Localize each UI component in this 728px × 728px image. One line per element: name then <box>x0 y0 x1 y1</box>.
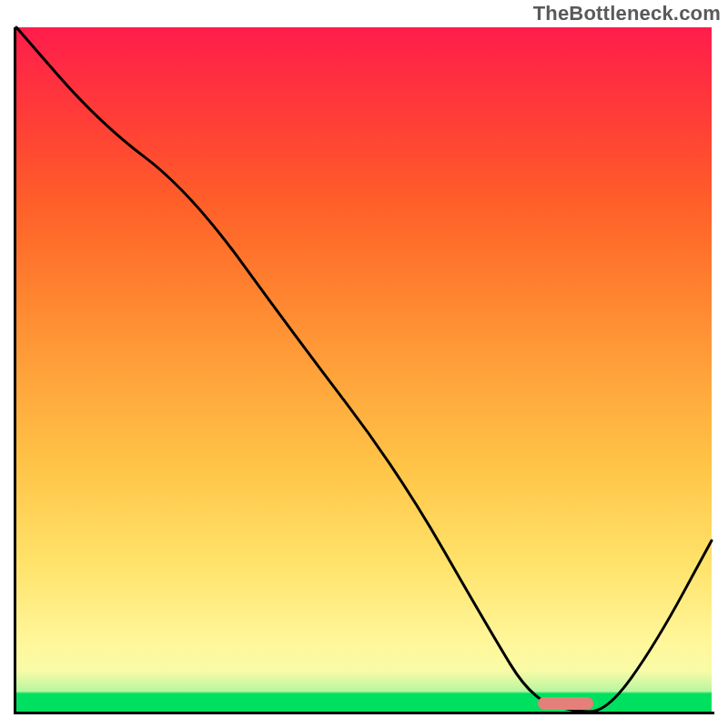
curve-layer <box>16 27 712 712</box>
bottleneck-curve <box>16 27 712 712</box>
chart-stage: TheBottleneck.com <box>0 0 728 728</box>
x-axis <box>14 712 714 714</box>
optimal-marker <box>538 697 593 710</box>
watermark-text: TheBottleneck.com <box>533 2 721 25</box>
